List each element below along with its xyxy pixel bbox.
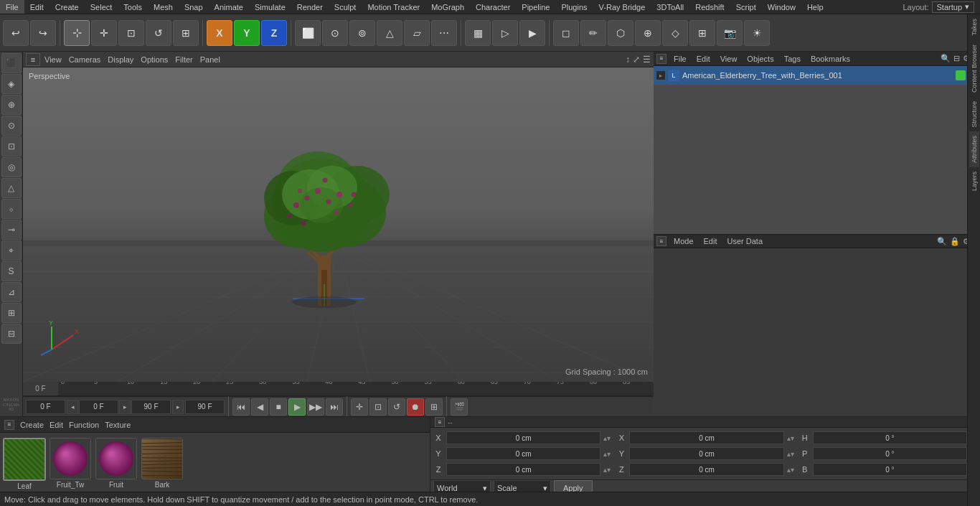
render-view-button[interactable]: ▷ (492, 20, 518, 46)
select-tool-button[interactable]: ⊹ (64, 20, 90, 46)
light-button[interactable]: ☀ (744, 20, 770, 46)
play-back-button[interactable]: ◀ (251, 398, 268, 416)
materials-menu-icon[interactable]: ≡ (4, 420, 14, 430)
menu-mograph[interactable]: MoGraph (425, 0, 470, 14)
object-visibility-icon[interactable] (956, 70, 966, 80)
menu-vray[interactable]: V-Ray Bridge (593, 0, 651, 14)
cylinder-object-button[interactable]: ⊚ (349, 20, 375, 46)
rotate-key-button[interactable]: ↺ (388, 398, 405, 416)
coords-menu-icon[interactable]: ≡ (435, 417, 445, 427)
objects-bookmarks-menu[interactable]: Bookmarks (808, 55, 853, 63)
rot-b-field[interactable]: 0 ° (813, 463, 967, 476)
pos-z-field[interactable]: 0 cm (446, 463, 600, 476)
sidebar-btn-2[interactable]: ◈ (1, 74, 22, 94)
transform-tool-button[interactable]: ⊞ (173, 20, 199, 46)
vp-icon-1[interactable]: ↕ (626, 55, 630, 65)
menu-mesh[interactable]: Mesh (148, 0, 179, 14)
cone-object-button[interactable]: △ (377, 20, 402, 46)
record-button[interactable]: ⏺ (407, 398, 424, 416)
vp-tab-view[interactable]: View (42, 54, 65, 65)
objects-panel-menu[interactable]: ≡ (656, 54, 666, 64)
sidebar-btn-6[interactable]: ◎ (1, 157, 22, 177)
menu-character[interactable]: Character (470, 0, 516, 14)
menu-window[interactable]: Window (762, 0, 801, 14)
pos-y-arrow[interactable]: ▴▾ (603, 450, 611, 458)
sidebar-btn-10[interactable]: ⌖ (1, 240, 22, 261)
scale-z-field[interactable]: 0 cm (629, 463, 783, 476)
mat-edit[interactable]: Edit (50, 421, 63, 429)
preview-end-field[interactable]: 90 F (131, 400, 171, 414)
scale-z-arrow[interactable]: ▴▾ (787, 466, 794, 474)
box-object-button[interactable]: ⬜ (295, 20, 321, 46)
menu-file[interactable]: File (0, 0, 24, 14)
menu-render[interactable]: Render (291, 0, 329, 14)
pos-z-arrow[interactable]: ▴▾ (603, 466, 611, 474)
objects-view-menu[interactable]: View (717, 55, 740, 63)
vp-icon-3[interactable]: ☰ (643, 55, 651, 65)
sidebar-btn-13[interactable]: ⊞ (1, 303, 22, 323)
viewport[interactable]: X Y Perspective Grid Spacing : 1000 cm (23, 67, 654, 382)
material-bark[interactable]: Bark (141, 438, 184, 487)
play-forward-button[interactable]: ▶▶ (307, 398, 324, 416)
end-frame-arrow[interactable]: ▸ (172, 400, 184, 414)
objects-filter-icon[interactable]: ⊟ (953, 54, 960, 63)
rotate-tool-button[interactable]: ↺ (146, 20, 171, 46)
vp-tab-options[interactable]: Options (138, 54, 171, 65)
scale-x-arrow[interactable]: ▴▾ (787, 434, 794, 442)
sphere-object-button[interactable]: ⊙ (322, 20, 348, 46)
sidebar-btn-1[interactable]: ⬛ (1, 53, 22, 73)
attr-lock-icon[interactable]: 🔒 (950, 237, 960, 246)
shape-button[interactable]: ◇ (662, 20, 688, 46)
frame-prev-btn[interactable]: ◂ 0 F ▸ 90 F (67, 400, 171, 414)
material-fruit[interactable]: Fruit (95, 438, 138, 487)
render-region-button[interactable]: ▦ (465, 20, 491, 46)
vp-tab-panel[interactable]: Panel (197, 54, 223, 65)
sidebar-btn-14[interactable]: ⊟ (1, 324, 22, 344)
rot-p-field[interactable]: 0 ° (813, 447, 967, 460)
scale-y-arrow[interactable]: ▴▾ (787, 450, 794, 458)
pos-y-field[interactable]: 0 cm (446, 447, 600, 460)
cube-view-button[interactable]: ◻ (553, 20, 579, 46)
scale-key-button[interactable]: ⊡ (369, 398, 387, 416)
mat-function[interactable]: Function (69, 421, 99, 429)
material-fruit-tw[interactable]: Fruit_Tw (49, 438, 92, 487)
pos-x-arrow[interactable]: ▴▾ (603, 434, 611, 442)
menu-select[interactable]: Select (85, 0, 118, 14)
motion-clip-button[interactable]: 🎬 (451, 398, 468, 416)
scale-tool-button[interactable]: ⊡ (118, 20, 144, 46)
menu-script[interactable]: Script (730, 0, 762, 14)
tab-attributes[interactable]: Attributes (969, 131, 979, 167)
end-frame-field[interactable]: 90 F (185, 400, 225, 414)
polygon-button[interactable]: ⬡ (608, 20, 633, 46)
z-axis-button[interactable]: Z (261, 20, 287, 46)
start-frame-field[interactable]: 0 F (79, 400, 118, 414)
object-list-item[interactable]: ▸ L American_Elderberry_Tree_with_Berrie… (654, 66, 980, 85)
layout-dropdown[interactable]: Startup ▾ (932, 1, 974, 13)
plane-object-button[interactable]: ▱ (404, 20, 430, 46)
camera-button[interactable]: 📷 (717, 20, 743, 46)
menu-motion-tracker[interactable]: Motion Tracker (362, 0, 425, 14)
pos-x-field[interactable]: 0 cm (446, 431, 600, 444)
attr-userdata-menu[interactable]: User Data (725, 237, 766, 245)
sidebar-btn-8[interactable]: ⬦ (1, 199, 22, 219)
sidebar-btn-7[interactable]: △ (1, 178, 22, 198)
tab-content-browser[interactable]: Content Browser (969, 52, 979, 97)
sidebar-btn-9[interactable]: ⊸ (1, 220, 22, 240)
move-tool-button[interactable]: ✛ (91, 20, 117, 46)
scale-y-field[interactable]: 0 cm (629, 447, 783, 460)
attr-panel-menu[interactable]: ≡ (656, 236, 666, 246)
material-leaf[interactable]: Leaf (3, 438, 46, 487)
x-axis-button[interactable]: X (207, 20, 232, 46)
stop-button[interactable]: ■ (270, 398, 287, 416)
objects-tags-menu[interactable]: Tags (781, 55, 804, 63)
undo-button[interactable]: ↩ (3, 20, 29, 46)
menu-create[interactable]: Create (50, 0, 85, 14)
autokey-button[interactable]: ⊞ (425, 398, 443, 416)
vp-tab-filter[interactable]: Filter (172, 54, 195, 65)
play-button[interactable]: ▶ (288, 398, 306, 416)
tab-layers[interactable]: Layers (969, 167, 979, 195)
menu-help[interactable]: Help (801, 0, 829, 14)
more-objects-button[interactable]: ⋯ (431, 20, 457, 46)
sidebar-btn-5[interactable]: ⊡ (1, 136, 22, 156)
menu-animate[interactable]: Animate (209, 0, 249, 14)
